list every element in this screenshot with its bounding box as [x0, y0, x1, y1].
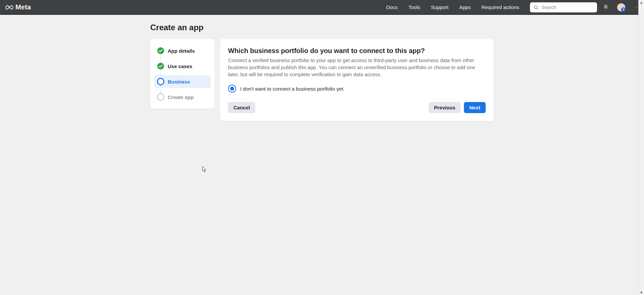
nav-tools[interactable]: Tools — [409, 4, 420, 10]
page-title: Create an app — [150, 23, 494, 32]
bell-icon[interactable] — [602, 4, 609, 11]
steps-sidebar: App details Use cases Business — [150, 39, 215, 109]
nav-docs[interactable]: Docs — [386, 4, 397, 10]
scroll-up-icon[interactable]: ▲ — [640, 0, 643, 5]
action-row: Cancel Previous Next — [228, 102, 486, 113]
step-business[interactable]: Business — [154, 75, 211, 88]
meta-logo[interactable]: Meta — [5, 3, 31, 11]
radio-selected-icon — [228, 85, 236, 93]
next-button[interactable]: Next — [464, 102, 486, 113]
cancel-button[interactable]: Cancel — [228, 102, 255, 113]
check-circle-icon — [157, 62, 164, 70]
topbar: Meta Docs Tools Support Apps Required ac… — [0, 0, 644, 15]
topbar-right: f — [602, 3, 639, 11]
search-icon — [533, 5, 539, 10]
check-circle-icon — [157, 47, 164, 54]
upcoming-step-icon — [157, 93, 164, 101]
step-label: App details — [168, 48, 195, 54]
step-label: Use cases — [168, 63, 192, 69]
page-body: Create an app App details — [0, 15, 644, 295]
svg-line-1 — [537, 8, 538, 9]
scroll-down-icon[interactable]: ▼ — [640, 290, 643, 295]
avatar[interactable]: f — [617, 3, 625, 11]
vertical-scrollbar[interactable]: ▲ ▼ — [638, 0, 644, 295]
facebook-badge-icon: f — [621, 7, 626, 12]
radio-label: I don't want to connect a business portf… — [240, 86, 344, 92]
previous-button[interactable]: Previous — [429, 102, 461, 113]
step-create-app: Create app — [154, 91, 211, 103]
nav-links: Docs Tools Support Apps Required actions — [386, 4, 519, 10]
main-description: Connect a verified business portfolio to… — [228, 57, 486, 78]
main-card: Which business portfolio do you want to … — [220, 39, 494, 121]
portfolio-option-radio[interactable]: I don't want to connect a business portf… — [228, 85, 486, 93]
nav-apps[interactable]: Apps — [459, 4, 471, 10]
nav-required-actions[interactable]: Required actions — [481, 4, 519, 10]
current-step-icon — [157, 78, 164, 85]
svg-point-0 — [534, 5, 537, 8]
search-input[interactable] — [541, 5, 594, 10]
step-use-cases[interactable]: Use cases — [154, 60, 211, 72]
step-app-details[interactable]: App details — [154, 44, 211, 57]
search-box[interactable] — [530, 2, 597, 12]
step-label: Business — [168, 79, 190, 85]
nav-support[interactable]: Support — [431, 4, 449, 10]
step-label: Create app — [168, 94, 194, 100]
main-heading: Which business portfolio do you want to … — [228, 47, 486, 55]
infinity-icon — [5, 3, 13, 11]
brand-text: Meta — [15, 3, 31, 11]
